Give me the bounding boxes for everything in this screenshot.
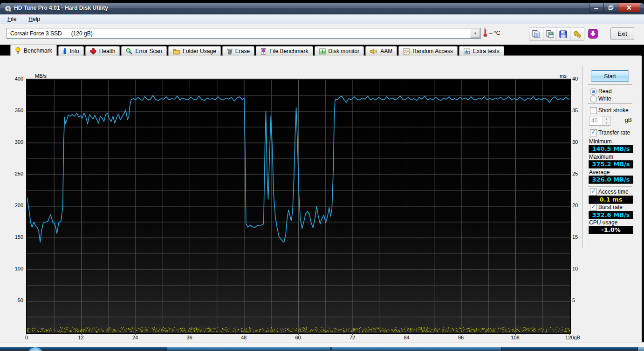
- y-axis-tick-label: 50: [9, 297, 23, 303]
- save-icon: [559, 30, 568, 39]
- minimum-value: 140.5 MB/s: [589, 145, 633, 153]
- x-axis-tick: [407, 333, 407, 335]
- tab-erase[interactable]: Erase: [222, 46, 254, 56]
- x-axis-tick: [515, 333, 516, 335]
- y-right-tick-label: 30: [572, 139, 583, 145]
- transfer-rate-checkbox[interactable]: [590, 129, 597, 136]
- drive-selector[interactable]: Corsair Force 3 SSD (120 gB) ▼: [7, 28, 481, 39]
- exit-button[interactable]: Exit: [610, 27, 634, 40]
- tab-label: Disk monitor: [329, 48, 360, 54]
- y-axis-tick-label: 100: [9, 266, 23, 271]
- y-right-tick-label: 20: [572, 202, 583, 208]
- chevron-down-icon[interactable]: ▼: [471, 29, 480, 38]
- speaker-icon: [370, 48, 377, 54]
- start-button[interactable]: Start: [591, 70, 629, 82]
- stepper-arrows-icon[interactable]: ▲▼: [603, 116, 610, 125]
- temperature-label: – °C: [489, 30, 500, 36]
- tab-random-access[interactable]: Random Access: [398, 46, 458, 56]
- y-right-tick-label: 40: [572, 76, 583, 81]
- burst-rate-value: 332.6 MB/s: [589, 211, 633, 219]
- access-time-checkbox[interactable]: [590, 189, 597, 196]
- taskbar-app-button[interactable]: [167, 347, 331, 351]
- x-axis-tick: [190, 333, 190, 335]
- tab-aam[interactable]: AAM: [365, 46, 397, 56]
- tab-health[interactable]: Health: [85, 46, 120, 56]
- x-axis-tick-label: 24: [126, 335, 144, 340]
- average-label: Average: [589, 169, 610, 176]
- maximum-value: 375.2 MB/s: [589, 160, 633, 169]
- window-title: HD Tune Pro 4.01 - Hard Disk Utility: [14, 5, 108, 11]
- cpu-usage-value: -1.0%: [589, 226, 633, 234]
- tab-label: Random Access: [412, 48, 453, 54]
- x-axis-tick-label: 120gB: [563, 335, 582, 340]
- folder-icon: [173, 48, 180, 54]
- tab-disk-monitor[interactable]: Disk monitor: [315, 46, 364, 56]
- tab-extra-tests[interactable]: Extra tests: [459, 46, 504, 56]
- average-value: 326.0 MB/s: [589, 176, 633, 184]
- save-button[interactable]: [556, 27, 570, 41]
- y-axis-tick-label: 150: [9, 234, 23, 240]
- copy-image-button[interactable]: [543, 27, 557, 41]
- short-stroke-checkbox[interactable]: [590, 107, 597, 114]
- short-stroke-unit: gB: [625, 117, 632, 123]
- monitor-icon: [319, 48, 326, 54]
- x-axis-tick: [352, 333, 353, 335]
- x-axis-tick-label: 48: [234, 335, 253, 340]
- tab-label: File Benchmark: [269, 48, 308, 54]
- benchmark-content: MB/s ms 40035030025020015010050403530252…: [0, 56, 644, 342]
- tab-label: Error Scan: [135, 48, 162, 54]
- tab-folder-usage[interactable]: Folder Usage: [168, 46, 221, 56]
- x-axis-tick-label: 0: [17, 335, 36, 340]
- transfer-rate-label: Transfer rate: [598, 129, 630, 136]
- scatter-icon: [403, 48, 410, 54]
- minimum-label: Minimum: [589, 138, 612, 145]
- y-left-axis-unit: MB/s: [35, 73, 47, 79]
- copy-text-button[interactable]: [529, 27, 543, 41]
- tab-benchmark[interactable]: Benchmark: [10, 45, 57, 56]
- tab-error-scan[interactable]: Error Scan: [121, 46, 166, 56]
- taskbar-app-button[interactable]: [332, 347, 501, 351]
- toolbar: Corsair Force 3 SSD (120 gB) ▼ – °C Exit: [0, 24, 644, 45]
- short-stroke-stepper[interactable]: 40 ▲▼: [589, 116, 610, 126]
- tab-info[interactable]: Info: [58, 46, 84, 56]
- maximize-button[interactable]: [603, 3, 618, 13]
- y-axis-tick-label: 350: [9, 108, 23, 113]
- burst-rate-checkbox[interactable]: [590, 204, 597, 211]
- benchmark-chart: [27, 79, 570, 333]
- menu-help[interactable]: Help: [24, 15, 45, 23]
- drive-selector-value: Corsair Force 3 SSD (120 gB): [10, 30, 471, 37]
- close-button[interactable]: [618, 3, 640, 13]
- options-button[interactable]: [570, 27, 584, 41]
- tab-file-benchmark[interactable]: File Benchmark: [256, 46, 313, 56]
- tab-label: Info: [70, 48, 79, 54]
- tab-label: Extra tests: [473, 48, 500, 54]
- read-radio[interactable]: [590, 88, 597, 95]
- x-axis-tick: [298, 333, 299, 335]
- caption-buttons: [589, 3, 640, 12]
- x-axis-tick: [27, 333, 27, 335]
- minimize-button[interactable]: [589, 3, 604, 13]
- cpu-usage-label: CPU usage: [589, 219, 617, 226]
- copy-text-icon: [532, 30, 541, 39]
- benchmark-side-panel: Start Read Write Short stroke 40 ▲▼ gB T…: [585, 56, 641, 342]
- y-right-axis-unit: ms: [560, 73, 567, 79]
- tab-bar: BenchmarkInfoHealthError ScanFolder Usag…: [10, 45, 506, 56]
- x-axis-tick-label: 108: [506, 335, 525, 340]
- x-axis-tick-label: 96: [452, 335, 470, 340]
- menu-file[interactable]: File: [3, 15, 21, 23]
- x-axis-tick: [135, 333, 136, 335]
- update-button[interactable]: [586, 27, 600, 40]
- thermometer-icon: [483, 27, 488, 40]
- y-axis-tick-label: 400: [9, 76, 23, 81]
- write-radio[interactable]: [590, 95, 597, 102]
- extra-icon: [464, 48, 470, 54]
- divider: [588, 84, 632, 86]
- filebench-icon: [260, 48, 267, 55]
- show-desktop-button[interactable]: [637, 347, 644, 351]
- x-axis-tick-label: 72: [343, 335, 362, 340]
- x-axis-tick: [569, 333, 570, 335]
- scan-icon: [126, 48, 132, 54]
- app-icon: [4, 5, 12, 14]
- x-axis-tick: [81, 333, 82, 335]
- start-orb[interactable]: [27, 347, 44, 351]
